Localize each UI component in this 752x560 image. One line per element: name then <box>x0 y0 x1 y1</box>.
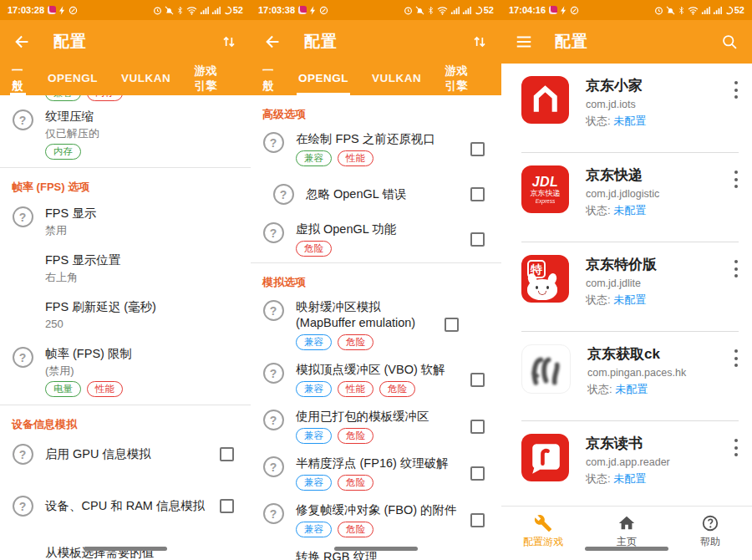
nav-home[interactable]: 主页 <box>585 507 668 560</box>
sort-icon[interactable] <box>221 33 237 50</box>
back-icon[interactable] <box>13 33 32 51</box>
app-row-jd-lite[interactable]: 特 京东特价版 com.jd.jdlite 状态: 未配置 <box>501 242 752 331</box>
jd-lite-app-icon: 特 <box>521 255 569 303</box>
setting-title: 半精度浮点 (FP16) 纹理破解 <box>296 456 464 471</box>
status-bar: 17:03:38 52 <box>251 0 501 20</box>
bluetooth-icon <box>427 6 434 15</box>
status-bar: 17:04:16 52 <box>501 0 752 20</box>
setting-value: 右上角 <box>45 270 241 284</box>
setting-ignore-opengl-errors[interactable]: 忽略 OpenGL 错误 <box>251 172 501 216</box>
app-name: 京东读书 <box>586 435 727 453</box>
checkbox[interactable] <box>220 499 234 513</box>
page-title: 配置 <box>555 31 588 53</box>
battery-percent-text: 52 <box>484 5 494 15</box>
help-icon[interactable] <box>263 456 284 477</box>
tab-game-engine[interactable]: 游戏引擎 <box>192 64 221 95</box>
app-row-jd-xiaojia[interactable]: 京东小家 com.jd.iots 状态: 未配置 <box>501 64 752 152</box>
checkbox[interactable] <box>470 373 485 387</box>
setting-fbo-attachment-fix[interactable]: 修复帧缓冲对象 (FBO) 的附件 兼容 危险 <box>251 496 501 543</box>
setting-fp16-hack[interactable]: 半精度浮点 (FP16) 纹理破解 兼容 危险 <box>251 450 501 496</box>
setting-title: 修复帧缓冲对象 (FBO) 的附件 <box>296 502 464 518</box>
icon-text: Express <box>536 198 555 205</box>
checkbox[interactable] <box>470 232 485 247</box>
tab-opengl[interactable]: OPENGL <box>46 64 99 95</box>
badge: 危险 <box>296 241 332 257</box>
help-icon <box>701 514 719 532</box>
app-package: com.pingan.paces.hk <box>587 366 727 379</box>
circle-slash-icon <box>319 6 328 15</box>
setting-fps-display[interactable]: FPS 显示 禁用 <box>0 198 251 245</box>
lightning-bolt-icon <box>59 6 65 15</box>
help-icon[interactable] <box>263 410 284 430</box>
help-icon[interactable] <box>263 222 284 243</box>
tab-vulkan[interactable]: VULKAN <box>119 64 172 95</box>
help-icon[interactable] <box>13 496 33 517</box>
setting-mapbuffer-emulation[interactable]: 映射缓冲区模拟 (MapBuffer emulation) 兼容 危险 <box>251 293 501 356</box>
checkbox[interactable] <box>470 142 485 156</box>
setting-device-cpu-ram-sim[interactable]: 设备、CPU 和 RAM 信息模拟 <box>0 487 251 524</box>
tab-general[interactable]: 一般 <box>261 64 277 95</box>
app-bar: 配置 <box>0 20 251 64</box>
gesture-handle[interactable] <box>334 547 418 551</box>
status-value: 未配置 <box>615 383 648 395</box>
checkbox[interactable] <box>470 187 485 201</box>
nav-configure-games[interactable]: 配置游戏 <box>501 507 585 560</box>
more-options-button[interactable] <box>727 76 745 100</box>
nav-help[interactable]: 帮助 <box>668 507 752 560</box>
checkbox[interactable] <box>220 447 234 461</box>
help-icon[interactable] <box>263 132 284 153</box>
menu-icon[interactable] <box>515 33 533 51</box>
setting-restore-viewport[interactable]: 在绘制 FPS 之前还原视口 兼容 性能 <box>251 125 501 172</box>
help-icon[interactable] <box>13 347 33 368</box>
setting-texture-compression[interactable]: 纹理压缩 仅已解压的 内存 <box>0 101 251 167</box>
gesture-handle[interactable] <box>84 547 167 551</box>
help-icon[interactable] <box>13 109 33 130</box>
checkbox[interactable] <box>445 318 459 332</box>
setting-packed-stencil[interactable]: 使用已打包的模板缓冲区 兼容 危险 <box>251 403 501 450</box>
more-options-button[interactable] <box>727 255 745 279</box>
setting-enable-gpu-sim[interactable]: 启用 GPU 信息模拟 <box>0 435 251 472</box>
setting-virtual-opengl[interactable]: 虚拟 OpenGL 功能 危险 <box>251 216 501 262</box>
more-options-button[interactable] <box>727 344 745 369</box>
help-icon[interactable] <box>263 503 284 524</box>
more-options-button[interactable] <box>727 434 745 458</box>
checkbox[interactable] <box>470 466 485 481</box>
alarm-icon <box>153 6 162 15</box>
app-row-jd-get-ck[interactable]: 京东获取ck com.pingan.paces.hk 状态: 未配置 <box>501 332 752 420</box>
app-list: 京东小家 com.jd.iots 状态: 未配置 JDL 京东快递 Expres… <box>501 64 752 560</box>
tab-game-engine[interactable]: 游戏引擎 <box>443 64 471 95</box>
app-row-jd-reader[interactable]: 京东读书 com.jd.app.reader 状态: 未配置 <box>501 421 752 510</box>
badge: 性能 <box>87 381 123 397</box>
setting-fps-refresh-delay[interactable]: FPS 刷新延迟 (毫秒) 250 <box>0 292 251 339</box>
help-icon[interactable] <box>263 363 284 384</box>
clock-text: 17:04:16 <box>509 5 546 15</box>
icon-text: 京东快递 <box>531 189 561 198</box>
setting-partial-clipped[interactable]: 转换 RGB 纹理 <box>251 543 501 560</box>
tab-general[interactable]: 一般 <box>10 64 26 95</box>
setting-value: 禁用 <box>45 223 241 237</box>
help-icon[interactable] <box>13 206 33 227</box>
settings-list: 兼容 内存 纹理压缩 仅已解压的 内存 帧率 (FPS) 选项 FPS 显示 禁… <box>0 95 251 560</box>
checkbox[interactable] <box>470 513 485 527</box>
back-icon[interactable] <box>264 33 282 51</box>
help-icon[interactable] <box>273 184 294 205</box>
setting-title: FPS 显示位置 <box>45 252 241 268</box>
setting-value: 250 <box>45 317 241 331</box>
tab-opengl[interactable]: OPENGL <box>297 64 350 95</box>
settings-list: 高级选项 在绘制 FPS 之前还原视口 兼容 性能 忽略 OpenGL 错误 虚 <box>251 95 501 560</box>
setting-vbo-software[interactable]: 模拟顶点缓冲区 (VBO) 软解 兼容 性能 危险 <box>251 356 501 403</box>
checkbox[interactable] <box>470 420 485 434</box>
setting-fps-limit[interactable]: 帧率 (FPS) 限制 (禁用) 电量 性能 <box>0 339 251 405</box>
setting-title: 启用 GPU 信息模拟 <box>45 446 213 462</box>
setting-fps-position[interactable]: FPS 显示位置 右上角 <box>0 245 251 292</box>
sort-icon[interactable] <box>471 33 488 50</box>
help-icon[interactable] <box>263 300 284 321</box>
more-options-button[interactable] <box>727 165 745 190</box>
gesture-handle[interactable] <box>585 547 668 551</box>
help-icon[interactable] <box>13 444 33 465</box>
badge: 兼容 <box>296 381 332 397</box>
app-row-jd-express[interactable]: JDL 京东快递 Express 京东快递 com.jd.jdlogistic … <box>501 153 752 242</box>
setting-value: (禁用) <box>45 364 241 378</box>
search-icon[interactable] <box>721 33 739 51</box>
tab-vulkan[interactable]: VULKAN <box>370 64 423 95</box>
